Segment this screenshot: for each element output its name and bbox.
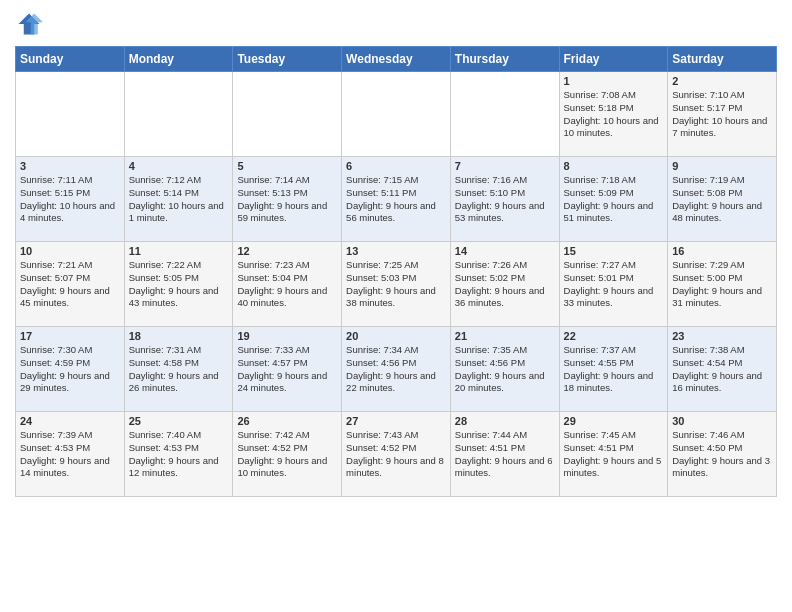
day-number: 14 <box>455 245 555 257</box>
day-header-friday: Friday <box>559 47 668 72</box>
day-number: 9 <box>672 160 772 172</box>
week-row-4: 24Sunrise: 7:39 AM Sunset: 4:53 PM Dayli… <box>16 412 777 497</box>
calendar-body: 1Sunrise: 7:08 AM Sunset: 5:18 PM Daylig… <box>16 72 777 497</box>
calendar-cell: 30Sunrise: 7:46 AM Sunset: 4:50 PM Dayli… <box>668 412 777 497</box>
day-number: 20 <box>346 330 446 342</box>
day-number: 11 <box>129 245 229 257</box>
day-info: Sunrise: 7:33 AM Sunset: 4:57 PM Dayligh… <box>237 344 337 395</box>
day-info: Sunrise: 7:10 AM Sunset: 5:17 PM Dayligh… <box>672 89 772 140</box>
calendar-cell: 7Sunrise: 7:16 AM Sunset: 5:10 PM Daylig… <box>450 157 559 242</box>
calendar-cell: 29Sunrise: 7:45 AM Sunset: 4:51 PM Dayli… <box>559 412 668 497</box>
day-number: 1 <box>564 75 664 87</box>
day-number: 24 <box>20 415 120 427</box>
calendar-cell: 2Sunrise: 7:10 AM Sunset: 5:17 PM Daylig… <box>668 72 777 157</box>
day-info: Sunrise: 7:19 AM Sunset: 5:08 PM Dayligh… <box>672 174 772 225</box>
day-info: Sunrise: 7:16 AM Sunset: 5:10 PM Dayligh… <box>455 174 555 225</box>
day-info: Sunrise: 7:14 AM Sunset: 5:13 PM Dayligh… <box>237 174 337 225</box>
day-number: 18 <box>129 330 229 342</box>
calendar-cell: 27Sunrise: 7:43 AM Sunset: 4:52 PM Dayli… <box>342 412 451 497</box>
week-row-3: 17Sunrise: 7:30 AM Sunset: 4:59 PM Dayli… <box>16 327 777 412</box>
day-number: 8 <box>564 160 664 172</box>
day-number: 7 <box>455 160 555 172</box>
day-number: 12 <box>237 245 337 257</box>
day-number: 30 <box>672 415 772 427</box>
day-info: Sunrise: 7:37 AM Sunset: 4:55 PM Dayligh… <box>564 344 664 395</box>
day-header-tuesday: Tuesday <box>233 47 342 72</box>
calendar-cell <box>233 72 342 157</box>
calendar-cell: 19Sunrise: 7:33 AM Sunset: 4:57 PM Dayli… <box>233 327 342 412</box>
day-header-thursday: Thursday <box>450 47 559 72</box>
calendar-cell: 17Sunrise: 7:30 AM Sunset: 4:59 PM Dayli… <box>16 327 125 412</box>
day-number: 4 <box>129 160 229 172</box>
day-number: 5 <box>237 160 337 172</box>
day-number: 26 <box>237 415 337 427</box>
calendar-cell: 6Sunrise: 7:15 AM Sunset: 5:11 PM Daylig… <box>342 157 451 242</box>
logo <box>15 10 47 38</box>
week-row-1: 3Sunrise: 7:11 AM Sunset: 5:15 PM Daylig… <box>16 157 777 242</box>
day-info: Sunrise: 7:45 AM Sunset: 4:51 PM Dayligh… <box>564 429 664 480</box>
calendar-table: SundayMondayTuesdayWednesdayThursdayFrid… <box>15 46 777 497</box>
day-info: Sunrise: 7:38 AM Sunset: 4:54 PM Dayligh… <box>672 344 772 395</box>
day-info: Sunrise: 7:15 AM Sunset: 5:11 PM Dayligh… <box>346 174 446 225</box>
calendar-cell: 8Sunrise: 7:18 AM Sunset: 5:09 PM Daylig… <box>559 157 668 242</box>
day-info: Sunrise: 7:44 AM Sunset: 4:51 PM Dayligh… <box>455 429 555 480</box>
day-number: 25 <box>129 415 229 427</box>
calendar-cell: 11Sunrise: 7:22 AM Sunset: 5:05 PM Dayli… <box>124 242 233 327</box>
calendar-cell: 4Sunrise: 7:12 AM Sunset: 5:14 PM Daylig… <box>124 157 233 242</box>
calendar-cell: 5Sunrise: 7:14 AM Sunset: 5:13 PM Daylig… <box>233 157 342 242</box>
calendar-cell: 3Sunrise: 7:11 AM Sunset: 5:15 PM Daylig… <box>16 157 125 242</box>
day-info: Sunrise: 7:26 AM Sunset: 5:02 PM Dayligh… <box>455 259 555 310</box>
day-header-wednesday: Wednesday <box>342 47 451 72</box>
calendar-cell: 22Sunrise: 7:37 AM Sunset: 4:55 PM Dayli… <box>559 327 668 412</box>
week-row-0: 1Sunrise: 7:08 AM Sunset: 5:18 PM Daylig… <box>16 72 777 157</box>
day-info: Sunrise: 7:22 AM Sunset: 5:05 PM Dayligh… <box>129 259 229 310</box>
day-number: 17 <box>20 330 120 342</box>
day-info: Sunrise: 7:30 AM Sunset: 4:59 PM Dayligh… <box>20 344 120 395</box>
calendar-cell: 21Sunrise: 7:35 AM Sunset: 4:56 PM Dayli… <box>450 327 559 412</box>
calendar-cell: 24Sunrise: 7:39 AM Sunset: 4:53 PM Dayli… <box>16 412 125 497</box>
day-info: Sunrise: 7:35 AM Sunset: 4:56 PM Dayligh… <box>455 344 555 395</box>
calendar-cell: 26Sunrise: 7:42 AM Sunset: 4:52 PM Dayli… <box>233 412 342 497</box>
day-info: Sunrise: 7:18 AM Sunset: 5:09 PM Dayligh… <box>564 174 664 225</box>
day-header-monday: Monday <box>124 47 233 72</box>
day-info: Sunrise: 7:39 AM Sunset: 4:53 PM Dayligh… <box>20 429 120 480</box>
calendar-cell: 10Sunrise: 7:21 AM Sunset: 5:07 PM Dayli… <box>16 242 125 327</box>
day-number: 6 <box>346 160 446 172</box>
calendar-cell: 16Sunrise: 7:29 AM Sunset: 5:00 PM Dayli… <box>668 242 777 327</box>
day-number: 29 <box>564 415 664 427</box>
header <box>15 10 777 38</box>
day-number: 3 <box>20 160 120 172</box>
day-number: 23 <box>672 330 772 342</box>
calendar-cell <box>124 72 233 157</box>
calendar-cell: 1Sunrise: 7:08 AM Sunset: 5:18 PM Daylig… <box>559 72 668 157</box>
day-number: 19 <box>237 330 337 342</box>
day-number: 13 <box>346 245 446 257</box>
day-number: 2 <box>672 75 772 87</box>
calendar-cell: 25Sunrise: 7:40 AM Sunset: 4:53 PM Dayli… <box>124 412 233 497</box>
day-info: Sunrise: 7:31 AM Sunset: 4:58 PM Dayligh… <box>129 344 229 395</box>
day-info: Sunrise: 7:29 AM Sunset: 5:00 PM Dayligh… <box>672 259 772 310</box>
day-info: Sunrise: 7:42 AM Sunset: 4:52 PM Dayligh… <box>237 429 337 480</box>
calendar-cell <box>450 72 559 157</box>
calendar-cell: 13Sunrise: 7:25 AM Sunset: 5:03 PM Dayli… <box>342 242 451 327</box>
calendar-cell: 9Sunrise: 7:19 AM Sunset: 5:08 PM Daylig… <box>668 157 777 242</box>
calendar-cell: 15Sunrise: 7:27 AM Sunset: 5:01 PM Dayli… <box>559 242 668 327</box>
day-info: Sunrise: 7:25 AM Sunset: 5:03 PM Dayligh… <box>346 259 446 310</box>
calendar-cell: 14Sunrise: 7:26 AM Sunset: 5:02 PM Dayli… <box>450 242 559 327</box>
calendar-cell <box>342 72 451 157</box>
calendar-cell: 23Sunrise: 7:38 AM Sunset: 4:54 PM Dayli… <box>668 327 777 412</box>
day-info: Sunrise: 7:27 AM Sunset: 5:01 PM Dayligh… <box>564 259 664 310</box>
day-number: 16 <box>672 245 772 257</box>
day-info: Sunrise: 7:46 AM Sunset: 4:50 PM Dayligh… <box>672 429 772 480</box>
day-info: Sunrise: 7:11 AM Sunset: 5:15 PM Dayligh… <box>20 174 120 225</box>
day-number: 28 <box>455 415 555 427</box>
day-info: Sunrise: 7:12 AM Sunset: 5:14 PM Dayligh… <box>129 174 229 225</box>
day-number: 22 <box>564 330 664 342</box>
day-header-sunday: Sunday <box>16 47 125 72</box>
day-number: 15 <box>564 245 664 257</box>
day-info: Sunrise: 7:23 AM Sunset: 5:04 PM Dayligh… <box>237 259 337 310</box>
calendar-cell: 20Sunrise: 7:34 AM Sunset: 4:56 PM Dayli… <box>342 327 451 412</box>
week-row-2: 10Sunrise: 7:21 AM Sunset: 5:07 PM Dayli… <box>16 242 777 327</box>
calendar-cell: 18Sunrise: 7:31 AM Sunset: 4:58 PM Dayli… <box>124 327 233 412</box>
page-container: SundayMondayTuesdayWednesdayThursdayFrid… <box>0 0 792 612</box>
